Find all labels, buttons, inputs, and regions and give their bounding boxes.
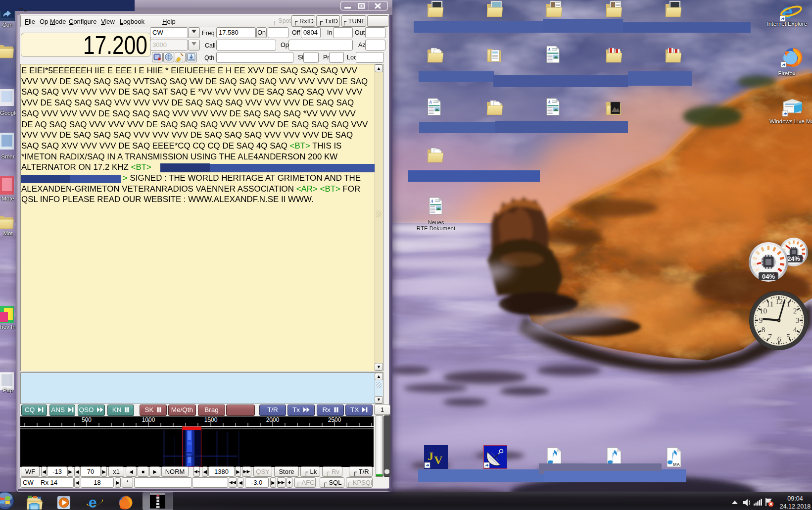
svg-text:e: e xyxy=(89,494,97,510)
svg-text:09:04: 09:04 xyxy=(787,495,803,502)
svg-text:V: V xyxy=(434,454,443,466)
svg-text:04%: 04% xyxy=(762,273,775,280)
svg-text:11: 11 xyxy=(766,300,774,308)
svg-text:MA: MA xyxy=(673,462,680,467)
svg-text:3: 3 xyxy=(796,316,800,324)
svg-text:9: 9 xyxy=(759,316,763,324)
svg-text:24.12.2018: 24.12.2018 xyxy=(780,503,811,510)
svg-text:12: 12 xyxy=(775,297,783,306)
svg-text:4: 4 xyxy=(793,325,797,334)
svg-text:7: 7 xyxy=(768,332,772,341)
svg-text:6: 6 xyxy=(777,335,781,343)
svg-text:J: J xyxy=(428,450,433,462)
svg-text:24%: 24% xyxy=(787,255,800,262)
svg-text:5: 5 xyxy=(786,332,790,341)
svg-text:2: 2 xyxy=(793,306,797,315)
svg-text:8: 8 xyxy=(762,325,765,334)
svg-text:1: 1 xyxy=(786,300,790,308)
